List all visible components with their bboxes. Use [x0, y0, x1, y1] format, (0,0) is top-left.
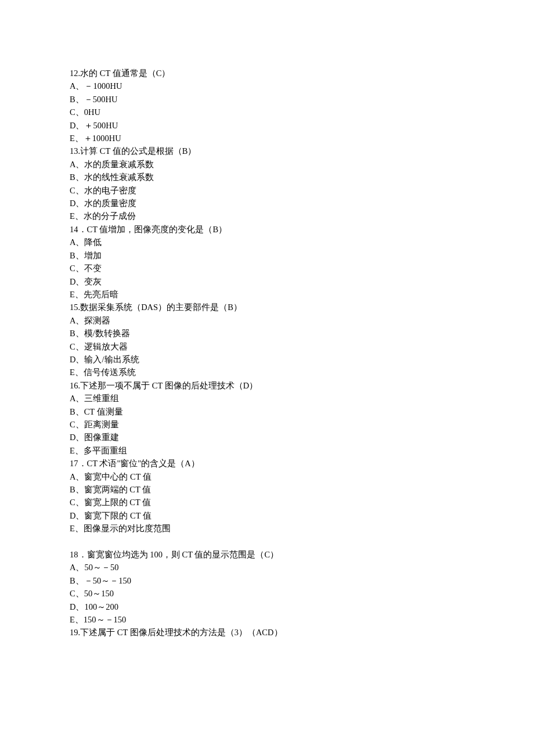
question-option: C、0HU [70, 106, 464, 118]
question-option: C、水的电子密度 [70, 184, 464, 197]
question-option: C、不变 [70, 262, 464, 275]
question-option: C、逻辑放大器 [70, 340, 464, 353]
question-option: A、水的质量衰减系数 [70, 158, 464, 171]
question-option: C、50～150 [70, 587, 464, 600]
question-option: E、先亮后暗 [70, 288, 464, 301]
question-option: E、信号传送系统 [70, 366, 464, 379]
question-option: A、降低 [70, 236, 464, 249]
question-stem: 12.水的 CT 值通常是（C） [70, 67, 464, 80]
question-stem: 17．CT 术语"窗位"的含义是（A） [70, 457, 464, 470]
question-option: B、模/数转换器 [70, 327, 464, 340]
question-stem: 14．CT 值增加，图像亮度的变化是（B） [70, 223, 464, 236]
question-option: D、水的质量密度 [70, 197, 464, 210]
question-option: A、窗宽中心的 CT 值 [70, 470, 464, 483]
question-option: A、三维重组 [70, 392, 464, 405]
question-option: C、窗宽上限的 CT 值 [70, 496, 464, 509]
question-option: B、－500HU [70, 93, 464, 106]
blank-line [70, 535, 464, 548]
question-stem: 19.下述属于 CT 图像后处理技术的方法是（3）（ACD） [70, 626, 464, 639]
question-stem: 15.数据采集系统（DAS）的主要部件是（B） [70, 301, 464, 314]
question-option: D、＋500HU [70, 119, 464, 132]
question-option: A、50～－50 [70, 561, 464, 574]
question-option: D、变灰 [70, 275, 464, 288]
question-option: B、CT 值测量 [70, 405, 464, 418]
question-option: A、－1000HU [70, 80, 464, 92]
question-option: C、距离测量 [70, 418, 464, 431]
question-option: D、图像重建 [70, 431, 464, 444]
question-option: E、150～－150 [70, 613, 464, 626]
question-option: E、图像显示的对比度范围 [70, 522, 464, 535]
document-page: 12.水的 CT 值通常是（C）A、－1000HUB、－500HUC、0HUD、… [0, 0, 534, 756]
question-option: B、－50～－150 [70, 574, 464, 587]
question-option: A、探测器 [70, 314, 464, 327]
question-option: D、窗宽下限的 CT 值 [70, 509, 464, 522]
question-option: B、窗宽两端的 CT 值 [70, 483, 464, 496]
question-option: D、100～200 [70, 600, 464, 613]
question-option: B、水的线性衰减系数 [70, 171, 464, 183]
question-option: E、多平面重组 [70, 444, 464, 457]
question-option: E、水的分子成份 [70, 210, 464, 222]
question-stem: 18．窗宽窗位均选为 100，则 CT 值的显示范围是（C） [70, 548, 464, 561]
question-stem: 13.计算 CT 值的公式是根据（B） [70, 145, 464, 157]
question-option: B、增加 [70, 249, 464, 262]
question-option: E、＋1000HU [70, 132, 464, 145]
question-stem: 16.下述那一项不属于 CT 图像的后处理技术（D） [70, 379, 464, 392]
question-option: D、输入/输出系统 [70, 353, 464, 366]
